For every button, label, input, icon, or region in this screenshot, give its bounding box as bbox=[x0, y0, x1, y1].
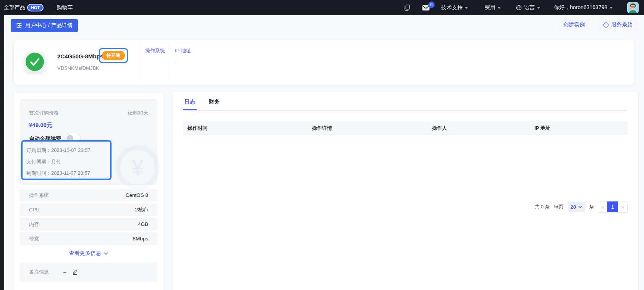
next-page-button[interactable]: » bbox=[618, 201, 627, 212]
current-page-button[interactable]: 1 bbox=[607, 201, 618, 212]
user-greeting: 你好，horon63163798 bbox=[554, 4, 607, 11]
spec-label: 带宽 bbox=[29, 235, 39, 242]
divider bbox=[169, 44, 169, 81]
nav-user-menu[interactable]: 你好，horon63163798 bbox=[554, 4, 613, 11]
breadcrumb-back-button[interactable]: 用户中心 / 产品详情 bbox=[11, 19, 78, 32]
sidebar-segment bbox=[0, 78, 4, 99]
terms-label: 服务条款 bbox=[611, 21, 633, 28]
page-size-value: 20 bbox=[571, 204, 576, 210]
check-circle-icon bbox=[26, 53, 44, 71]
sidebar-segment bbox=[0, 120, 4, 141]
spec-value: CentOS 8 bbox=[126, 192, 148, 198]
view-more-label: 查看更多信息 bbox=[69, 250, 101, 256]
nav-all-products[interactable]: 全部产品 bbox=[4, 4, 25, 11]
create-instance-button[interactable]: 创建实例 bbox=[559, 19, 589, 31]
chevron-down-icon bbox=[610, 7, 613, 9]
product-summary-card: 2C4G50G-8Mbps 待开通 VDSNKMsfDMJBK 操作系统 IP … bbox=[14, 40, 634, 85]
dates-highlight-box: 订购日期：2023-10-07 23:57 支付周期：月付 到期时间：2023-… bbox=[21, 140, 112, 180]
sidebar-segment bbox=[0, 15, 4, 36]
nav-tech-support[interactable]: 技术支持 bbox=[441, 4, 468, 11]
info-icon bbox=[603, 22, 609, 28]
prev-page-button[interactable]: « bbox=[598, 201, 607, 212]
money-watermark: ¥ bbox=[116, 145, 160, 189]
spec-value: 2核心 bbox=[135, 206, 148, 213]
spec-label: 操作系统 bbox=[29, 192, 49, 199]
spec-label: 内存 bbox=[29, 221, 39, 228]
note-label: 备注信息 bbox=[29, 269, 49, 276]
user-avatar[interactable] bbox=[627, 2, 639, 13]
terms-button[interactable]: 服务条款 bbox=[599, 19, 637, 31]
status-badge-highlight-box: 待开通 bbox=[99, 48, 128, 63]
tech-support-label: 技术支持 bbox=[441, 4, 463, 11]
chevron-down-icon bbox=[104, 252, 108, 255]
divider bbox=[139, 44, 139, 81]
chevron-down-icon bbox=[537, 7, 540, 9]
price-label: 首次订购价格 bbox=[29, 110, 59, 116]
tab-finance[interactable]: 财务 bbox=[207, 95, 221, 110]
column-header-time: 操作时间 bbox=[183, 125, 307, 132]
nav-language[interactable]: 语言 bbox=[516, 4, 540, 11]
language-label: 语言 bbox=[524, 4, 535, 11]
tab-logs[interactable]: 日志 bbox=[183, 95, 197, 110]
column-header-operator: 操作人 bbox=[427, 125, 530, 132]
spec-row-memory: 内存 4GB bbox=[20, 218, 157, 230]
pager: « 1 » bbox=[598, 201, 628, 213]
spec-value: 4GB bbox=[138, 221, 148, 227]
column-header-ip: IP 地址 bbox=[530, 125, 628, 132]
message-count-badge: 0 bbox=[428, 2, 435, 8]
product-detail-card: 首次订购价格 还剩30天 ¥49.00元 自动余额续费 ¥ 订购日期：2023-… bbox=[14, 93, 163, 290]
expire-time: 到期时间：2023-11-07 23:57 bbox=[26, 168, 110, 179]
sidebar-segment bbox=[0, 141, 4, 162]
note-value: – bbox=[63, 269, 66, 275]
note-row: 备注信息 – bbox=[20, 263, 157, 282]
price-value: ¥49.00元 bbox=[29, 122, 52, 129]
ip-column-label: IP 地址 bbox=[175, 47, 191, 54]
chevron-down-icon bbox=[465, 7, 468, 9]
mail-icon[interactable]: 0 bbox=[422, 5, 430, 11]
breadcrumb: 用户中心 / 产品详情 bbox=[25, 22, 73, 29]
toolbar-right: 创建实例 服务条款 bbox=[559, 19, 637, 31]
sidebar-segment bbox=[0, 36, 4, 57]
chevron-down-icon bbox=[498, 7, 501, 9]
billing-label: 费用 bbox=[485, 4, 495, 11]
edit-note-icon[interactable] bbox=[72, 269, 78, 275]
status-icon-tile bbox=[24, 52, 45, 72]
spec-label: CPU bbox=[29, 207, 39, 213]
status-badge: 待开通 bbox=[102, 51, 125, 60]
view-more-link[interactable]: 查看更多信息 bbox=[14, 250, 163, 257]
product-name: 2C4G50G-8Mbps bbox=[57, 53, 103, 60]
instance-code: VDSNKMsfDMJBK bbox=[57, 65, 99, 71]
log-table-header: 操作时间 操作详情 操作人 IP 地址 bbox=[183, 121, 628, 135]
total-count: 共 0 条 bbox=[534, 203, 550, 210]
back-icon bbox=[16, 23, 22, 29]
copy-docs-icon[interactable] bbox=[404, 4, 411, 11]
spec-row-cpu: CPU 2核心 bbox=[20, 203, 157, 216]
order-date: 订购日期：2023-10-07 23:57 bbox=[26, 145, 110, 156]
page-size-select[interactable]: 20 bbox=[568, 202, 585, 212]
spec-row-bandwidth: 带宽 8Mbps bbox=[20, 232, 157, 245]
top-navbar: 全部产品 HOT 购物车 0 技术支持 费用 bbox=[0, 0, 644, 15]
navbar-left: 全部产品 HOT 购物车 bbox=[0, 4, 73, 11]
column-header-detail: 操作详情 bbox=[307, 125, 427, 132]
create-instance-label: 创建实例 bbox=[563, 21, 585, 28]
tab-bar: 日志 财务 bbox=[183, 95, 628, 111]
chevron-down-icon bbox=[578, 206, 582, 208]
ip-value: – bbox=[175, 59, 178, 64]
nav-billing[interactable]: 费用 bbox=[485, 4, 501, 11]
sidebar-segment bbox=[0, 162, 4, 183]
per-page-label: 每页 bbox=[554, 203, 564, 210]
globe-icon bbox=[516, 5, 522, 11]
sidebar-segment bbox=[0, 57, 4, 78]
hot-badge: HOT bbox=[28, 5, 43, 11]
pagination: 共 0 条 每页 20 条 « 1 » bbox=[534, 201, 628, 213]
remaining-days: 还剩30天 bbox=[128, 110, 148, 116]
collapsed-sidebar bbox=[0, 15, 4, 290]
os-column-label: 操作系统 bbox=[145, 47, 165, 54]
spec-value: 8Mbps bbox=[133, 236, 148, 242]
unit-label: 条 bbox=[589, 203, 594, 210]
navbar-right: 0 技术支持 费用 语言 你好，horon63163798 bbox=[404, 2, 644, 13]
nav-cart[interactable]: 购物车 bbox=[57, 4, 73, 11]
sidebar-segment bbox=[0, 99, 4, 120]
log-panel: 日志 财务 操作时间 操作详情 操作人 IP 地址 共 0 条 每页 20 条 … bbox=[173, 92, 638, 290]
billing-cycle: 支付周期：月付 bbox=[26, 156, 110, 168]
